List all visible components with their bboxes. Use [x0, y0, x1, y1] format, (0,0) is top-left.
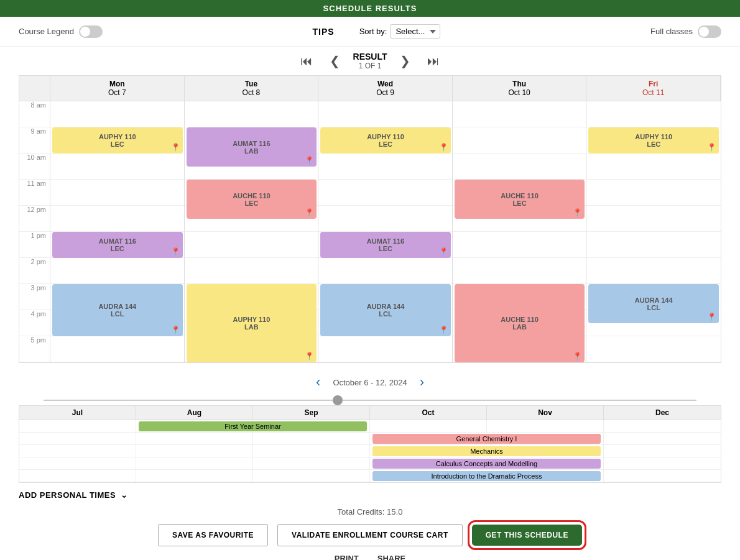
save-favourite-button[interactable]: SAVE AS FAVOURITE — [158, 524, 268, 546]
cal-header-thu: Thu Oct 10 — [453, 76, 587, 101]
time-11am: 11 am — [19, 180, 50, 206]
time-4pm: 4 pm — [19, 310, 50, 336]
week-prev-button[interactable]: ‹ — [316, 374, 320, 390]
result-value: 1 OF 1 — [353, 62, 387, 70]
gantt-row-chemistry: General Chemistry I — [19, 433, 721, 445]
event-auphy-mon-lec[interactable]: AUPHY 110LEC 📍 — [52, 127, 183, 154]
week-range-label: October 6 - 12, 2024 — [333, 378, 407, 387]
event-auche-tue-lec[interactable]: AUCHE 110LEC 📍 — [187, 180, 317, 219]
time-9am: 9 am — [19, 127, 50, 154]
tips-label: TIPS — [313, 27, 335, 37]
gantt-col-oct: Oct — [370, 406, 487, 420]
chevron-down-icon: ⌄ — [121, 490, 128, 500]
event-auche-thu-lab[interactable]: AUCHE 110LAB 📍 — [455, 284, 585, 362]
gantt-chart: Jul Aug Sep Oct Nov Dec First Year Semin… — [19, 405, 721, 483]
course-legend-toggle[interactable] — [79, 25, 103, 38]
week-next-button[interactable]: › — [420, 374, 424, 390]
print-link[interactable]: PRINT — [335, 554, 359, 560]
time-3pm: 3 pm — [19, 284, 50, 310]
event-auche-thu-lec[interactable]: AUCHE 110LEC 📍 — [455, 180, 585, 219]
course-legend-label: Course Legend — [19, 27, 74, 36]
calendar: Mon Oct 7 Tue Oct 8 Wed Oct 9 Thu Oct 10… — [19, 75, 721, 363]
full-classes-label: Full classes — [650, 27, 693, 36]
get-schedule-button[interactable]: GET THIS SCHEDULE — [472, 525, 582, 546]
footer-links: PRINT SHARE — [0, 554, 740, 560]
gantt-header: Jul Aug Sep Oct Nov Dec — [19, 406, 721, 420]
time-8am: 8 am — [19, 101, 50, 127]
event-audra-fri-lcl[interactable]: AUDRA 144LCL 📍 — [588, 284, 719, 323]
gantt-row-calculus: Calculus Concepts and Modelling — [19, 457, 721, 470]
sort-by-label: Sort by: — [359, 27, 387, 36]
wed-events: AUPHY 110LEC 📍 AUMAT 116LEC 📍 AUDRA 144L… — [318, 101, 453, 362]
event-auphy-fri-lec[interactable]: AUPHY 110LEC 📍 — [588, 127, 719, 154]
time-10am: 10 am — [19, 154, 50, 180]
toolbar: Course Legend TIPS Sort by: Select... Fu… — [0, 17, 740, 47]
page-title: SCHEDULE RESULTS — [0, 0, 740, 17]
gantt-row-seminar: First Year Seminar — [19, 420, 721, 433]
result-label: RESULT — [353, 52, 387, 62]
event-auphy-wed-lec[interactable]: AUPHY 110LEC 📍 — [320, 127, 451, 154]
time-2pm: 2 pm — [19, 258, 50, 284]
event-auphy-tue-lab[interactable]: AUPHY 110LAB 📍 — [187, 284, 317, 362]
add-personal-times[interactable]: ADD PERSONAL TIMES ⌄ — [19, 490, 721, 500]
time-1pm: 1 pm — [19, 232, 50, 258]
timeline-slider[interactable] — [19, 395, 721, 405]
action-buttons: SAVE AS FAVOURITE VALIDATE ENROLLMENT CO… — [0, 524, 740, 546]
sort-select[interactable]: Select... — [390, 24, 440, 39]
cal-header-fri: Fri Oct 11 — [586, 76, 721, 101]
gantt-col-jul: Jul — [19, 406, 136, 420]
mon-events: AUPHY 110LEC 📍 AUMAT 116LEC 📍 AUDRA 144L… — [50, 101, 185, 362]
prev-result-button[interactable]: ❮ — [326, 52, 344, 70]
timeline-section: ‹ October 6 - 12, 2024 › Jul Aug Sep Oct… — [19, 369, 721, 483]
time-header — [19, 76, 50, 101]
full-classes-toggle[interactable] — [698, 25, 721, 38]
share-link[interactable]: SHARE — [377, 554, 406, 560]
gantt-row-dramatic: Introduction to the Dramatic Process — [19, 470, 721, 482]
slider-knob[interactable] — [333, 395, 343, 405]
gantt-row-mechanics: Mechanics — [19, 445, 721, 457]
result-navigation: ⏮ ❮ RESULT 1 OF 1 ❯ ⏭ — [0, 47, 740, 75]
cal-header-mon: Mon Oct 7 — [50, 76, 185, 101]
event-audra-mon-lcl[interactable]: AUDRA 144LCL 📍 — [52, 284, 183, 336]
gantt-col-dec: Dec — [604, 406, 721, 420]
gantt-col-aug: Aug — [136, 406, 253, 420]
event-aumat-wed-lec[interactable]: AUMAT 116LEC 📍 — [320, 232, 451, 258]
event-audra-wed-lcl[interactable]: AUDRA 144LCL 📍 — [320, 284, 451, 336]
gantt-col-nov: Nov — [487, 406, 604, 420]
full-classes-toggle-group: Full classes — [650, 25, 721, 38]
validate-button[interactable]: VALIDATE ENROLLMENT COURSE CART — [277, 524, 463, 546]
event-aumat-tue-lab[interactable]: AUMAT 116LAB 📍 — [187, 127, 317, 167]
total-credits-value: 15.0 — [387, 507, 402, 516]
cal-header-tue: Tue Oct 8 — [185, 76, 319, 101]
total-credits-label: Total Credits: — [338, 507, 385, 516]
first-result-button[interactable]: ⏮ — [297, 53, 317, 70]
course-legend-toggle-group: Course Legend — [19, 25, 103, 38]
event-aumat-mon-lec[interactable]: AUMAT 116LEC 📍 — [52, 232, 183, 258]
time-5pm: 5 pm — [19, 336, 50, 362]
add-personal-label: ADD PERSONAL TIMES — [19, 490, 116, 500]
next-result-button[interactable]: ❯ — [396, 52, 414, 70]
cal-header-wed: Wed Oct 9 — [318, 76, 453, 101]
total-credits-row: Total Credits: 15.0 — [0, 507, 740, 516]
time-12pm: 12 pm — [19, 206, 50, 232]
last-result-button[interactable]: ⏭ — [423, 53, 443, 70]
bottom-section: Total Credits: 15.0 SAVE AS FAVOURITE VA… — [0, 507, 740, 560]
gantt-col-sep: Sep — [253, 406, 370, 420]
sort-by-group: Sort by: Select... — [359, 24, 441, 39]
